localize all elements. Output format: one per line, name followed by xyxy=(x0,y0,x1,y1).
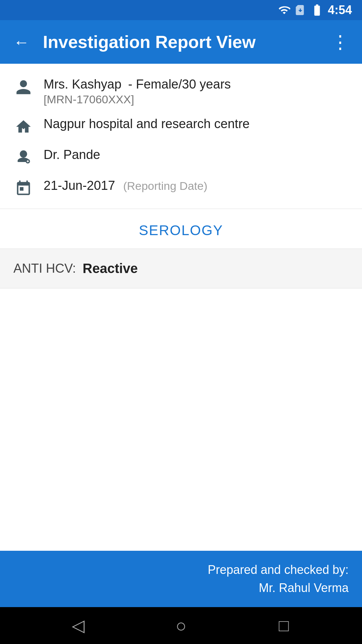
hospital-name: Nagpur hospital and research centre xyxy=(44,117,250,131)
patient-name-row: Mrs. Kashyap - Female/30 years [MRN-1706… xyxy=(13,77,349,106)
doctor-name: Dr. Pande xyxy=(44,148,100,162)
reporting-date-label: (Reporting Date) xyxy=(123,179,207,193)
nav-home-button[interactable]: ○ xyxy=(168,612,194,639)
patient-gender-age: - Female/30 years xyxy=(128,77,231,92)
test-result-row: ANTI HCV: Reactive xyxy=(0,249,362,288)
date-container: 21-Jun-2017 (Reporting Date) xyxy=(44,178,207,193)
footer: Prepared and checked by: Mr. Rahul Verma xyxy=(0,551,362,607)
app-bar-title: Investigation Report View xyxy=(43,32,318,52)
sim-icon xyxy=(294,4,306,16)
back-button[interactable]: ← xyxy=(10,30,33,55)
date-row: 21-Jun-2017 (Reporting Date) xyxy=(13,178,349,199)
hospital-row: Nagpur hospital and research centre xyxy=(13,117,349,137)
section-header: SEROLOGY xyxy=(0,209,362,249)
doctor-icon xyxy=(13,148,34,168)
content-area xyxy=(0,288,362,551)
hospital-icon xyxy=(13,117,34,137)
test-label: ANTI HCV: xyxy=(13,261,76,276)
patient-details: Mrs. Kashyap - Female/30 years [MRN-1706… xyxy=(44,77,231,106)
calendar-icon xyxy=(13,178,34,199)
status-time: 4:54 xyxy=(328,3,352,17)
wifi-icon xyxy=(278,4,290,16)
nav-bar: ◁ ○ □ xyxy=(0,607,362,644)
status-bar: 4:54 xyxy=(0,0,362,20)
patient-mrn: [MRN-17060XXX] xyxy=(44,93,231,106)
more-options-button[interactable]: ⋮ xyxy=(328,28,352,56)
app-bar: ← Investigation Report View ⋮ xyxy=(0,20,362,64)
reporting-date: 21-Jun-2017 xyxy=(44,178,115,193)
footer-text: Prepared and checked by: Mr. Rahul Verma xyxy=(13,561,349,597)
footer-line1: Prepared and checked by: xyxy=(208,563,349,577)
patient-name: Mrs. Kashyap xyxy=(44,77,121,92)
footer-line2: Mr. Rahul Verma xyxy=(259,581,349,595)
patient-info-section: Mrs. Kashyap - Female/30 years [MRN-1706… xyxy=(0,64,362,209)
test-value: Reactive xyxy=(83,261,138,276)
doctor-name-container: Dr. Pande xyxy=(44,148,100,162)
battery-icon xyxy=(310,3,324,17)
doctor-row: Dr. Pande xyxy=(13,148,349,168)
hospital-name-container: Nagpur hospital and research centre xyxy=(44,117,250,131)
nav-recent-button[interactable]: □ xyxy=(270,612,297,639)
status-icons: 4:54 xyxy=(278,3,352,17)
person-icon xyxy=(13,77,34,97)
section-title: SEROLOGY xyxy=(139,222,223,238)
nav-back-button[interactable]: ◁ xyxy=(65,612,92,639)
